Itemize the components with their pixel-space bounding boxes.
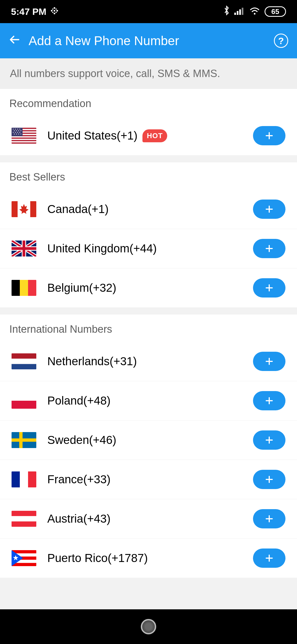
- flag-ca-icon: [12, 201, 36, 217]
- svg-rect-46: [12, 280, 20, 296]
- svg-point-1: [54, 13, 55, 14]
- svg-rect-18: [12, 136, 36, 137]
- svg-rect-9: [234, 13, 236, 15]
- status-bar: 5:47 PM 65: [0, 0, 297, 23]
- add-button-nl[interactable]: [253, 352, 285, 371]
- svg-rect-59: [28, 471, 36, 487]
- country-row-be[interactable]: Belgium(+32): [0, 268, 297, 307]
- svg-point-33: [20, 132, 20, 133]
- header-title: Add a New Phone Number: [29, 33, 274, 48]
- svg-rect-50: [12, 359, 36, 364]
- country-label: Canada(+1): [47, 203, 109, 216]
- svg-rect-58: [20, 471, 28, 487]
- country-label: Sweden(+46): [47, 433, 116, 447]
- svg-point-32: [17, 132, 18, 133]
- flag-at-icon: [12, 511, 36, 527]
- app-header: Add a New Phone Number ?: [0, 23, 297, 58]
- svg-point-22: [13, 129, 14, 130]
- svg-rect-10: [237, 11, 238, 15]
- svg-rect-19: [12, 139, 36, 140]
- svg-point-8: [55, 12, 56, 13]
- flag-us-icon: [12, 128, 36, 144]
- bluetooth-icon: [223, 5, 230, 18]
- country-row-fr[interactable]: France(+33): [0, 460, 297, 499]
- svg-rect-51: [12, 364, 36, 369]
- svg-rect-57: [12, 471, 20, 487]
- svg-point-36: [18, 134, 19, 135]
- svg-point-3: [56, 10, 58, 12]
- flag-uk-icon: [12, 241, 36, 256]
- svg-point-34: [14, 134, 15, 135]
- svg-rect-53: [12, 401, 36, 409]
- flag-pr-icon: [12, 550, 36, 566]
- section-title-international: International Numbers: [0, 315, 297, 342]
- svg-rect-49: [12, 353, 36, 359]
- svg-point-30: [13, 132, 14, 133]
- add-button-be[interactable]: [253, 278, 285, 298]
- svg-rect-56: [12, 438, 36, 442]
- add-button-uk[interactable]: [253, 239, 285, 258]
- svg-point-5: [52, 8, 53, 9]
- country-label: United Kingdom(+44): [47, 242, 157, 255]
- svg-point-31: [15, 132, 16, 133]
- country-row-nl[interactable]: Netherlands(+31): [0, 342, 297, 381]
- svg-rect-47: [20, 280, 28, 296]
- svg-rect-60: [12, 511, 36, 516]
- section-title-recommendation: Recommendation: [0, 89, 297, 116]
- country-row-us[interactable]: United States(+1) HOT: [0, 116, 297, 155]
- svg-point-37: [21, 134, 21, 135]
- flag-fr-icon: [12, 471, 36, 487]
- add-button-se[interactable]: [253, 430, 285, 450]
- svg-rect-48: [28, 280, 36, 296]
- svg-point-4: [54, 10, 55, 12]
- country-label: United States(+1): [47, 129, 138, 142]
- svg-rect-12: [242, 8, 243, 15]
- country-row-se[interactable]: Sweden(+46): [0, 421, 297, 460]
- svg-point-2: [51, 10, 53, 12]
- battery-indicator: 65: [265, 6, 286, 17]
- add-button-pr[interactable]: [253, 549, 285, 568]
- flag-pl-icon: [12, 393, 36, 409]
- country-row-uk[interactable]: United Kingdom(+44): [0, 229, 297, 268]
- section-title-best-sellers: Best Sellers: [0, 162, 297, 190]
- country-label: Puerto Rico(+1787): [47, 552, 148, 565]
- status-time: 5:47 PM: [11, 6, 46, 17]
- svg-rect-45: [12, 247, 36, 250]
- svg-point-6: [55, 8, 56, 9]
- cellular-signal-icon: [234, 6, 245, 17]
- status-indicator-icon: [50, 6, 59, 17]
- flag-nl-icon: [12, 353, 36, 369]
- svg-point-0: [54, 7, 55, 9]
- svg-point-13: [254, 13, 255, 15]
- help-icon[interactable]: ?: [274, 34, 288, 48]
- country-label: France(+33): [47, 473, 111, 486]
- country-row-pr[interactable]: Puerto Rico(+1787): [0, 539, 297, 578]
- add-button-at[interactable]: [253, 509, 285, 528]
- svg-rect-20: [12, 141, 36, 142]
- country-row-at[interactable]: Austria(+43): [0, 499, 297, 539]
- country-row-ca[interactable]: Canada(+1): [0, 190, 297, 229]
- country-row-pl[interactable]: Poland(+48): [0, 381, 297, 421]
- svg-point-23: [15, 129, 16, 130]
- flag-se-icon: [12, 432, 36, 448]
- svg-rect-52: [12, 393, 36, 401]
- svg-point-24: [17, 129, 18, 130]
- country-label: Austria(+43): [47, 512, 111, 525]
- svg-point-26: [14, 130, 15, 131]
- home-button-icon[interactable]: [141, 619, 156, 634]
- wifi-icon: [249, 6, 260, 17]
- country-label: Netherlands(+31): [47, 355, 137, 368]
- svg-rect-61: [12, 516, 36, 521]
- add-button-ca[interactable]: [253, 200, 285, 219]
- svg-rect-40: [30, 201, 36, 217]
- info-banner: All numbers support voice, call, SMS & M…: [0, 58, 297, 89]
- hot-badge: HOT: [142, 129, 167, 142]
- add-button-fr[interactable]: [253, 470, 285, 489]
- add-button-us[interactable]: [253, 126, 285, 145]
- country-label: Belgium(+32): [47, 281, 116, 294]
- add-button-pl[interactable]: [253, 391, 285, 410]
- svg-rect-39: [12, 201, 18, 217]
- svg-point-29: [21, 130, 21, 131]
- back-arrow-icon[interactable]: [9, 32, 21, 49]
- svg-rect-11: [239, 9, 241, 15]
